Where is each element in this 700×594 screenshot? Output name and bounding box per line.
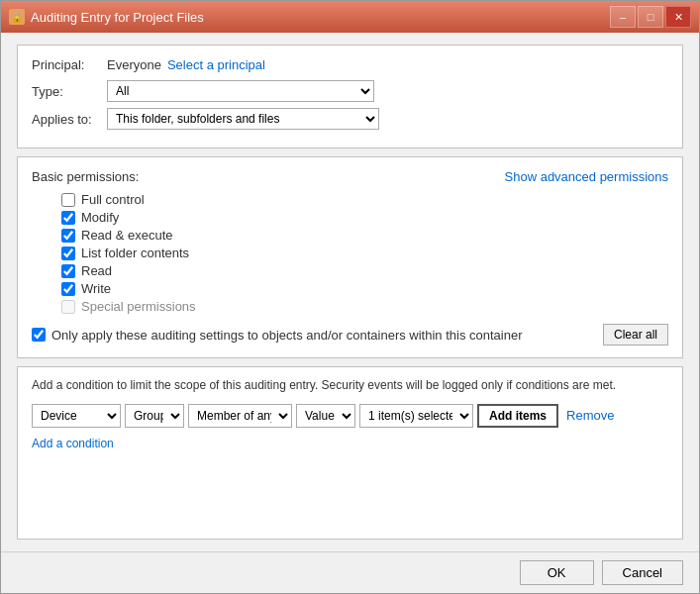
principal-label: Principal: — [32, 57, 101, 72]
list-folder-checkbox[interactable] — [61, 247, 75, 260]
read-checkbox[interactable] — [61, 264, 75, 278]
member-of-select[interactable]: Member of any Member of Not member of — [188, 404, 292, 428]
principal-row: Principal: Everyone Select a principal — [32, 57, 668, 72]
special-label: Special permissions — [81, 299, 196, 314]
ok-button[interactable]: OK — [520, 560, 594, 585]
write-checkbox[interactable] — [61, 282, 75, 296]
perm-write: Write — [61, 281, 668, 296]
perm-full-control: Full control — [61, 192, 668, 207]
principal-section: Principal: Everyone Select a principal T… — [17, 45, 683, 148]
title-bar: 🔒 Auditing Entry for Project Files – □ ✕ — [1, 1, 699, 33]
select-principal-link[interactable]: Select a principal — [167, 57, 265, 72]
type-row: Type: All Success Fail — [32, 80, 668, 102]
add-items-button[interactable]: Add items — [477, 404, 558, 428]
perm-special: Special permissions — [61, 299, 668, 314]
perm-read-execute: Read & execute — [61, 228, 668, 243]
condition-row: Device User Group Member of any Member o… — [32, 404, 668, 428]
permissions-section: Basic permissions: Show advanced permiss… — [17, 156, 683, 358]
write-label: Write — [81, 281, 111, 296]
full-control-label: Full control — [81, 192, 145, 207]
applies-label: Applies to: — [32, 112, 101, 127]
full-control-checkbox[interactable] — [61, 193, 75, 207]
modify-label: Modify — [81, 210, 119, 225]
window-icon: 🔒 — [9, 9, 25, 25]
applies-select[interactable]: This folder, subfolders and files This f… — [107, 108, 379, 130]
window-title: Auditing Entry for Project Files — [31, 10, 204, 25]
modify-checkbox[interactable] — [61, 211, 75, 225]
principal-name: Everyone — [107, 57, 161, 72]
type-select[interactable]: All Success Fail — [107, 80, 374, 102]
permissions-list: Full control Modify Read & execute List … — [32, 192, 668, 314]
cancel-button[interactable]: Cancel — [602, 560, 683, 585]
type-label: Type: — [32, 84, 101, 99]
applies-row: Applies to: This folder, subfolders and … — [32, 108, 668, 130]
main-window: 🔒 Auditing Entry for Project Files – □ ✕… — [0, 0, 700, 594]
add-condition-link[interactable]: Add a condition — [32, 437, 114, 450]
read-label: Read — [81, 263, 112, 278]
show-advanced-link[interactable]: Show advanced permissions — [505, 169, 668, 184]
title-controls: – □ ✕ — [610, 6, 691, 28]
apply-row: Only apply these auditing settings to ob… — [32, 324, 668, 346]
condition-description: Add a condition to limit the scope of th… — [32, 377, 668, 394]
read-execute-checkbox[interactable] — [61, 229, 75, 243]
special-checkbox[interactable] — [61, 300, 75, 314]
device-select[interactable]: Device User — [32, 404, 121, 428]
read-execute-label: Read & execute — [81, 228, 173, 243]
permissions-header: Basic permissions: Show advanced permiss… — [32, 169, 668, 184]
maximize-button[interactable]: □ — [638, 6, 663, 28]
condition-section: Add a condition to limit the scope of th… — [17, 366, 683, 540]
clear-all-button[interactable]: Clear all — [603, 324, 668, 346]
title-bar-left: 🔒 Auditing Entry for Project Files — [9, 9, 204, 25]
perm-modify: Modify — [61, 210, 668, 225]
window-body: Principal: Everyone Select a principal T… — [1, 33, 699, 551]
items-select[interactable]: 1 item(s) selected — [359, 404, 473, 428]
apply-checkbox[interactable] — [32, 328, 46, 342]
remove-link[interactable]: Remove — [566, 408, 614, 423]
footer: OK Cancel — [1, 551, 699, 593]
perm-list-folder: List folder contents — [61, 246, 668, 260]
close-button[interactable]: ✕ — [665, 6, 691, 28]
list-folder-label: List folder contents — [81, 246, 189, 260]
group-select[interactable]: Group — [125, 404, 184, 428]
basic-permissions-label: Basic permissions: — [32, 169, 139, 184]
perm-read: Read — [61, 263, 668, 278]
apply-text-group: Only apply these auditing settings to ob… — [32, 328, 603, 343]
value-select[interactable]: Value — [296, 404, 355, 428]
minimize-button[interactable]: – — [610, 6, 636, 28]
apply-label: Only apply these auditing settings to ob… — [51, 328, 523, 343]
